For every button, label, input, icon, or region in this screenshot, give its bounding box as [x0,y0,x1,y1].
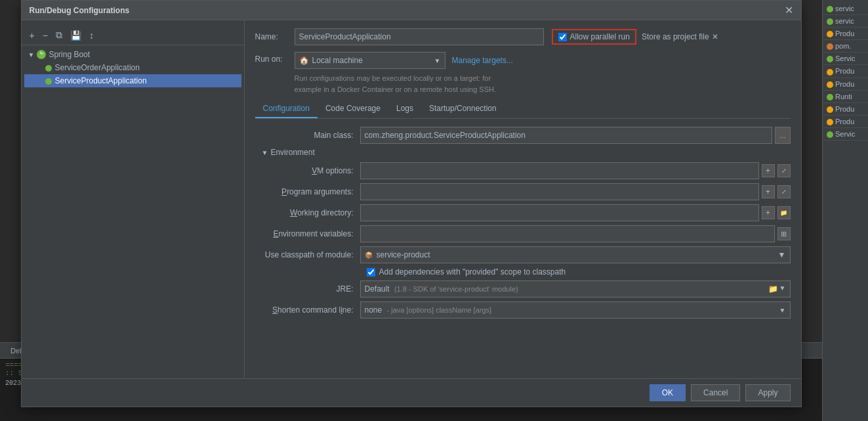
dialog-footer: OK Cancel Apply [22,378,801,407]
right-sidebar-item[interactable]: Produ [823,78,868,91]
run-on-select[interactable]: 🏠 Local machine ▼ [295,52,445,69]
environment-section-header[interactable]: ▼ Environment [262,148,791,157]
spring-boot-group-header[interactable]: ▼ 🍃 Spring Boot [24,48,241,61]
name-input[interactable] [295,28,544,45]
add-config-button[interactable]: + [27,29,37,42]
manage-targets-link[interactable]: Manage targets... [452,56,513,65]
config-tab-code-coverage[interactable]: Code Coverage [318,100,388,118]
working-dir-browse-btn[interactable]: 📁 [777,206,791,219]
spring-boot-icon: 🍃 [37,50,46,59]
vm-expand-btn[interactable]: + [762,164,775,177]
right-sidebar-item[interactable]: Servic [823,128,868,141]
copy-config-button[interactable]: ⧉ [53,28,65,42]
config-list-item[interactable]: ServiceProductApplication [24,74,241,87]
right-sidebar-item[interactable]: Runti [823,91,868,103]
main-class-input[interactable] [360,127,773,144]
name-row: Name: Allow parallel run Store as projec… [255,28,791,45]
store-project-file[interactable]: Store as project file ✕ [642,32,718,41]
right-sidebar-item[interactable]: Produ [823,116,868,128]
remove-config-button[interactable]: − [40,29,51,42]
store-project-file-close[interactable]: ✕ [712,32,718,41]
env-vars-input-wrap: ⊞ [360,225,791,242]
vm-options-input[interactable] [360,162,759,179]
run-on-content: 🏠 Local machine ▼ Manage targets... Run … [295,52,791,95]
jre-row: JRE: Default (1.8 - SDK of 'service-prod… [255,280,791,298]
add-deps-row: Add dependencies with "provided" scope t… [367,267,791,277]
config-form-section: Main class: ... ▼ Environment VM options… [255,127,791,319]
right-sidebar-item[interactable]: pom. [823,40,868,53]
program-fullscreen-btn[interactable]: ⤢ [777,185,791,198]
tabs-container: ConfigurationCode CoverageLogsStartup/Co… [255,100,505,118]
program-args-row: Program arguments: + ⤢ [255,183,791,200]
jre-dropdown-arrow[interactable]: ▼ [779,284,786,294]
jre-default-text: Default [365,284,390,294]
main-class-input-wrap: ... [360,127,791,144]
config-list-toolbar: + − ⧉ 💾 ↕ [22,26,244,45]
run-on-arrow: ▼ [434,57,441,64]
run-on-value: Local machine [312,56,434,65]
vm-options-input-wrap: + ⤢ [360,162,791,179]
program-expand-btn[interactable]: + [762,185,775,198]
right-sidebar-item[interactable]: servic [823,3,868,15]
working-dir-input-wrap: + 📁 [360,204,791,221]
working-dir-expand-btn[interactable]: + [762,206,775,219]
classpath-module-label: Use classpath of module: [255,250,360,259]
right-sidebar-item[interactable]: servic [823,15,868,28]
main-class-row: Main class: ... [255,127,791,144]
jre-label: JRE: [255,284,360,294]
ok-button[interactable]: OK [650,384,686,401]
add-deps-label: Add dependencies with "provided" scope t… [379,267,566,277]
right-sidebar-item[interactable]: Servic [823,53,868,65]
sort-config-button[interactable]: ↕ [87,29,96,42]
jre-browse-icon[interactable]: 📁 [768,284,778,294]
dialog-title-bar: Run/Debug Configurations ✕ [22,1,801,20]
spring-boot-group: ▼ 🍃 Spring Boot ServiceOrderApplicationS… [22,48,244,87]
program-args-input-wrap: + ⤢ [360,183,791,200]
dialog-body: + − ⧉ 💾 ↕ ▼ 🍃 Spring Boot ServiceOrderAp… [22,20,801,378]
env-expand-icon[interactable]: ⊞ [777,227,791,240]
program-args-input[interactable] [360,183,759,200]
main-class-browse-btn[interactable]: ... [775,127,790,144]
shorten-cmd-label: Shorten command line: [255,305,360,315]
right-sidebar-item[interactable]: Produ [823,28,868,40]
jre-select[interactable]: Default (1.8 - SDK of 'service-product' … [360,280,791,298]
jre-detail-text: (1.8 - SDK of 'service-product' module) [394,285,518,293]
module-icon: 📦 [365,252,373,259]
config-tab-configuration[interactable]: Configuration [255,100,318,118]
shorten-none-value: none [365,305,382,315]
program-args-label: Program arguments: [255,187,360,196]
working-dir-input[interactable] [360,204,759,221]
right-sidebar-item[interactable]: Produ [823,65,868,78]
parallel-run-checkbox[interactable] [558,33,567,41]
apply-button[interactable]: Apply [745,384,790,401]
run-on-row: Run on: 🏠 Local machine ▼ Manage targets… [255,52,791,95]
spring-boot-item-icon [45,65,52,72]
config-tab-startup-connection[interactable]: Startup/Connection [421,100,505,118]
env-vars-input[interactable] [360,225,775,242]
name-label: Name: [255,32,295,41]
add-deps-checkbox[interactable] [367,268,375,277]
spring-boot-label: Spring Boot [49,50,90,59]
shorten-cmd-select[interactable]: none - java [options] className [args] ▼ [360,301,791,319]
close-icon[interactable]: ✕ [785,5,793,16]
spring-boot-item-icon [45,78,52,85]
config-list-item[interactable]: ServiceOrderApplication [24,61,241,74]
save-config-button[interactable]: 💾 [68,29,84,42]
env-vars-label: Environment variables: [255,229,360,238]
dialog-overlay: Run/Debug Configurations ✕ + − ⧉ 💾 ↕ ▼ 🍃… [0,0,822,342]
right-sidebar-item[interactable]: Produ [823,103,868,116]
shorten-dropdown-arrow: ▼ [779,307,786,314]
env-vars-row: Environment variables: ⊞ [255,225,791,242]
config-tabs: ConfigurationCode CoverageLogsStartup/Co… [255,100,791,119]
classpath-module-select[interactable]: 📦 service-product ▼ [360,246,791,263]
parallel-run-box: Allow parallel run [552,29,636,45]
vm-options-row: VM options: + ⤢ [255,162,791,179]
config-list: + − ⧉ 💾 ↕ ▼ 🍃 Spring Boot ServiceOrderAp… [22,20,245,378]
parallel-run-label: Allow parallel run [570,32,630,41]
shorten-cmd-row: Shorten command line: none - java [optio… [255,301,791,319]
config-tab-logs[interactable]: Logs [388,100,421,118]
vm-fullscreen-btn[interactable]: ⤢ [777,164,791,177]
dialog-title: Run/Debug Configurations [30,6,130,15]
vm-options-label: VM options: [255,166,360,175]
cancel-button[interactable]: Cancel [691,384,740,401]
